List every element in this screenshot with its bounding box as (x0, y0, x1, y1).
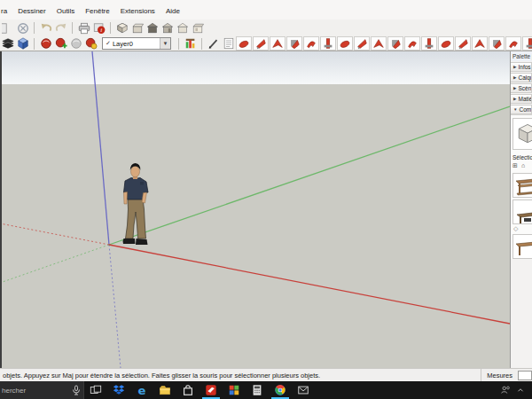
layers-icon[interactable] (0, 36, 15, 51)
measurements-label: Mesures (481, 369, 518, 381)
plugin-tool-2-icon[interactable] (253, 36, 269, 51)
plugin-tool-16-icon[interactable] (489, 36, 505, 51)
taskbar-app-icons: e (84, 381, 315, 399)
doc-partial-icon[interactable] (0, 21, 15, 35)
view-top-icon[interactable] (129, 21, 145, 35)
axis-red-dotted (0, 223, 109, 245)
left-edge-strip (0, 51, 2, 368)
in-model-icon[interactable]: ⌂ (521, 162, 525, 169)
taskbar-file-explorer-icon[interactable] (153, 381, 176, 399)
display-options-icon[interactable]: ⊞ (512, 162, 518, 169)
component-thumbnail-bench[interactable] (512, 173, 532, 198)
component-red-1-icon[interactable] (38, 36, 53, 51)
components-browser: Sélectionn ⊞ ⌂ (511, 114, 532, 259)
layer-visible-check: ✓ (103, 40, 113, 47)
taskbar-photos-icon[interactable] (223, 381, 246, 399)
plugin-tool-4-icon[interactable] (286, 36, 302, 51)
plugin-tool-5-icon[interactable] (303, 36, 319, 51)
taskbar-store-icon[interactable] (176, 381, 200, 399)
collapse-arrow-icon: ▼ (511, 107, 519, 112)
plugin-tool-17-icon[interactable] (505, 36, 521, 51)
expand-arrow-icon: ▶ (511, 65, 518, 69)
taskbar-calculator-icon[interactable] (246, 381, 269, 399)
tray-section-infos[interactable]: ▶ Infos (511, 62, 532, 72)
component-preview (512, 118, 532, 150)
taskbar-edge-icon[interactable]: e (130, 381, 153, 399)
people-icon[interactable] (500, 385, 511, 395)
taskbar-task-view-icon[interactable] (84, 381, 107, 399)
measurements-input[interactable] (518, 371, 532, 380)
model-info-icon[interactable]: i (91, 21, 106, 35)
component-red-4-icon[interactable] (83, 36, 98, 51)
plugin-tool-9-icon[interactable] (371, 36, 387, 51)
plugin-tool-7-icon[interactable] (337, 36, 353, 51)
plugin-tool-8-icon[interactable] (354, 36, 370, 51)
plugin-tool-18-icon[interactable] (522, 36, 532, 51)
toolbar-separator (34, 38, 35, 50)
tray-section-label: Comp (519, 106, 532, 113)
plugin-tool-3-icon[interactable] (270, 36, 286, 51)
view-right-icon[interactable] (160, 21, 175, 35)
tray-section-label: Calqu (518, 74, 532, 81)
plugin-tool-15-icon[interactable] (472, 36, 488, 51)
component-red-3-icon[interactable] (68, 36, 83, 51)
plugin-tool-12-icon[interactable] (421, 36, 437, 51)
color-chart-icon[interactable] (183, 36, 198, 51)
redo-icon[interactable] (53, 21, 68, 35)
tray-section-composants[interactable]: ▼ Comp (511, 105, 532, 114)
taskbar-sketchup-icon[interactable] (200, 381, 223, 399)
plugin-tool-11-icon[interactable] (404, 36, 420, 51)
plugin-tool-13-icon[interactable] (438, 36, 454, 51)
plugin-tool-14-icon[interactable] (455, 36, 471, 51)
view-iso-icon[interactable] (114, 21, 129, 35)
toolbar-separator (72, 22, 73, 34)
model-viewport[interactable] (0, 51, 510, 368)
plugin-tool-6-icon[interactable] (320, 36, 336, 51)
view-left-icon[interactable] (190, 21, 205, 35)
component-thumbnail-table[interactable] (512, 200, 532, 224)
search-text: hercher (0, 387, 69, 395)
view-front-icon[interactable] (145, 21, 160, 35)
plugin-tool-10-icon[interactable] (387, 36, 403, 51)
axis-green-dotted (0, 245, 109, 283)
entity-list-icon[interactable] (221, 36, 236, 51)
component-cube-icon (516, 122, 532, 145)
axis-green-solid (109, 106, 510, 245)
default-tray-panel: Palette p ▶ Infos ▶ Calqu ▶ Scène ▶ Mati… (510, 51, 532, 368)
view-back-icon[interactable] (175, 21, 190, 35)
menu-dessiner[interactable]: Dessiner (12, 5, 51, 17)
tray-section-calques[interactable]: ▶ Calqu (511, 73, 532, 82)
erase-icon[interactable] (15, 21, 30, 35)
layer-combobox[interactable]: ✓ Layer0 ▼ (102, 37, 171, 50)
status-bar: objets. Appuyez sur Maj pour étendre la … (0, 368, 532, 381)
tray-section-scenes[interactable]: ▶ Scène (511, 83, 532, 93)
print-icon[interactable] (76, 21, 91, 35)
menu-outils[interactable]: Outils (51, 5, 80, 17)
expand-arrow-icon: ▶ (511, 75, 518, 80)
styles-icon[interactable] (15, 36, 30, 51)
pencil-icon[interactable] (206, 36, 221, 51)
menu-extensions[interactable]: Extensions (115, 5, 160, 17)
system-tray (500, 381, 532, 399)
taskbar-dropbox-icon[interactable] (107, 381, 130, 399)
layer-combobox-dropdown-icon[interactable]: ▼ (160, 38, 170, 49)
microphone-icon[interactable] (69, 385, 83, 395)
expand-arrow-icon: ▶ (511, 97, 518, 101)
taskbar-search-box[interactable]: hercher (0, 381, 84, 399)
thumbnail-nav-icon[interactable]: ◇ (511, 224, 532, 232)
tray-section-materiaux[interactable]: ▶ Matié (511, 94, 532, 104)
component-red-2-icon[interactable] (53, 36, 68, 51)
windows-taskbar: hercher e (0, 381, 532, 399)
components-select-tab[interactable]: Sélectionn (511, 152, 532, 161)
menu-camera-partial[interactable]: ra (0, 5, 12, 17)
sketchup-window: ra Dessiner Outils Fenêtre Extensions Ai… (0, 0, 532, 399)
menu-fenetre[interactable]: Fenêtre (80, 5, 115, 17)
taskbar-chrome-icon[interactable] (269, 381, 292, 399)
taskbar-mail-icon[interactable] (292, 381, 315, 399)
component-thumbnail-bench-2[interactable] (512, 234, 532, 259)
undo-icon[interactable] (38, 21, 53, 35)
chevron-up-icon[interactable] (516, 386, 525, 395)
menu-aide[interactable]: Aide (160, 5, 185, 17)
plugin-tool-1-icon[interactable] (236, 36, 252, 51)
scale-figure-person[interactable] (123, 163, 149, 245)
